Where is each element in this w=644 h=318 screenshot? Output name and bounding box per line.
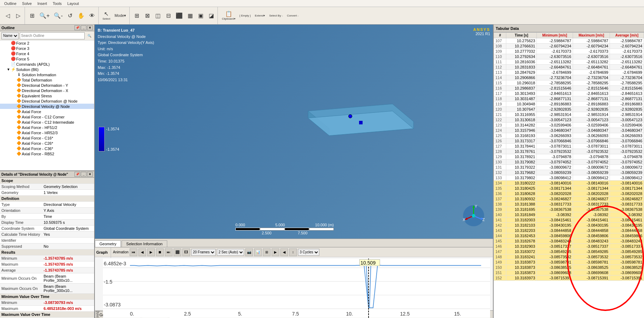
- table-row[interactable]: 117 10.3013493 -2.84651613 -2.84651613 -…: [494, 91, 644, 96]
- details-min-btn[interactable]: _: [81, 172, 86, 177]
- outline-search-input[interactable]: [20, 32, 85, 39]
- display5-btn[interactable]: ⬛: [174, 9, 184, 23]
- details-close-btn[interactable]: ✕: [87, 172, 93, 177]
- tree-item[interactable]: ℹSolution Information: [0, 72, 94, 77]
- mode-btn[interactable]: Mode▾: [113, 9, 128, 23]
- tree-item[interactable]: 🔶Directional Velocity @ Node: [0, 104, 94, 109]
- tab-selection-info[interactable]: Selection Information: [122, 240, 167, 247]
- details-pin-btn[interactable]: 📌: [74, 172, 80, 177]
- tree-item[interactable]: 🔴Force 5: [0, 56, 94, 61]
- table-row[interactable]: 140 10.3181849 -3.08392 -3.08392 -3.0839…: [494, 212, 644, 218]
- graph-arrow-left-btn[interactable]: ◀: [280, 248, 288, 256]
- table-row[interactable]: 126 10.3173317 -3.07066846 -3.07066846 -…: [494, 138, 644, 144]
- display4-btn[interactable]: ⊟: [163, 9, 173, 23]
- table-row[interactable]: 145 10.3182678 -3.08483243 -3.08483243 -…: [494, 239, 644, 244]
- table-row[interactable]: 111 10.2816036 -2.65113282 -2.65113282 -…: [494, 59, 644, 65]
- tabular-table[interactable]: # Time [s] Minimum [m/s] Maximum [m/s] A…: [494, 32, 644, 318]
- table-row[interactable]: 124 10.3157946 -3.04680347 -3.04680347 -…: [494, 128, 644, 133]
- table-row[interactable]: 150 10.3183873 -3.08638525 -3.08638525 -…: [494, 265, 644, 270]
- anim-play-btn[interactable]: ▶: [147, 248, 155, 256]
- table-row[interactable]: 136 10.3180628 -3.08202028 -3.08202028 -…: [494, 191, 644, 196]
- zoom-fit-btn[interactable]: ⊞: [27, 9, 37, 23]
- table-row[interactable]: 114 10.2906866 -2.73236704 -2.73236704 -…: [494, 75, 644, 80]
- graph-snapshot-btn[interactable]: 📷: [245, 248, 253, 256]
- table-row[interactable]: 133 10.3179802 -3.08098412 -3.08098412 -…: [494, 175, 644, 181]
- graph-hide-btn[interactable]: ↕: [289, 248, 297, 256]
- table-row[interactable]: 130 10.3179082 -3.07974052 -3.07974052 -…: [494, 160, 644, 165]
- tree-item[interactable]: ▼⚡Solution (B6): [0, 67, 94, 72]
- forward-btn[interactable]: ▷: [13, 9, 23, 23]
- anim-last-btn[interactable]: ⏭: [165, 248, 173, 256]
- back-btn[interactable]: ◁: [3, 9, 13, 23]
- anim-frame-btn[interactable]: 🎞: [182, 248, 190, 256]
- viewport[interactable]: B: Transient Luo_47 Directional Velocity…: [95, 25, 493, 239]
- table-row[interactable]: 119 10.304948 -2.89186883 -2.89186883 -2…: [494, 102, 644, 107]
- tree-item[interactable]: 🔶Axial Force - HR52/3: [0, 130, 94, 135]
- graph-arrow-right-btn[interactable]: ▶: [272, 248, 279, 256]
- outline-search-btn[interactable]: 🔍: [86, 32, 93, 39]
- table-row[interactable]: 129 10.3178921 -3.0794878 -3.0794878 -3.…: [494, 154, 644, 160]
- table-row[interactable]: 120 10.307647 -2.92802835 -2.92802835 -2…: [494, 107, 644, 112]
- tree-item[interactable]: 🔶Total Deformation: [0, 77, 94, 83]
- anim-first-btn[interactable]: ⏮: [130, 248, 137, 256]
- tree-item[interactable]: 🔶Axial Force: [0, 109, 94, 114]
- table-row[interactable]: 128 10.3178761 -3.07923532 -3.07923532 -…: [494, 149, 644, 154]
- close-btn[interactable]: ✕: [87, 25, 93, 30]
- display8-btn[interactable]: ◪: [206, 9, 216, 23]
- table-row[interactable]: 152 10.3183973 -3.08715391 -3.08715391 -…: [494, 275, 644, 281]
- tree-item[interactable]: 🔶Axial Force - C12 Corner: [0, 114, 94, 119]
- tree-item[interactable]: 🔶Directional Deformation @ Node: [0, 98, 94, 104]
- display2-btn[interactable]: ⊠: [142, 9, 152, 23]
- anim-stop-btn[interactable]: ⏹: [156, 248, 164, 256]
- anim-square-btn[interactable]: ⬛: [174, 248, 181, 256]
- graph-chart-btn[interactable]: 📊: [254, 248, 262, 256]
- table-row[interactable]: 121 10.3116955 -2.98531914 -2.98531914 -…: [494, 112, 644, 117]
- pan-btn[interactable]: ✋: [76, 9, 86, 23]
- table-row[interactable]: 131 10.3179322 -3.08009672 -3.08009672 -…: [494, 165, 644, 170]
- display3-btn[interactable]: ◫: [153, 9, 163, 23]
- select-btn[interactable]: ↖ Select: [101, 9, 112, 23]
- table-row[interactable]: 122 10.3130618 -3.00547123 -3.00547123 -…: [494, 117, 644, 123]
- view-btn[interactable]: 👁: [87, 9, 97, 23]
- table-row[interactable]: 138 10.3181388 -3.08317733 -3.08317733 -…: [494, 202, 644, 207]
- details-scroll[interactable]: ScopeScoping MethodGeometry SelectionGeo…: [0, 178, 94, 318]
- tree-item[interactable]: 🔶Directional Deformation - Y: [0, 83, 94, 88]
- tree-item[interactable]: 📄Commands (APDL): [0, 61, 94, 67]
- display7-btn[interactable]: ▣: [196, 9, 206, 23]
- display6-btn[interactable]: ▦: [185, 9, 195, 23]
- table-row[interactable]: 144 10.3182453 -3.08459806 -3.08459806 -…: [494, 233, 644, 239]
- table-row[interactable]: 115 10.296018 -2.78588295 -2.78588295 -2…: [494, 80, 644, 86]
- menu-outline[interactable]: Outline: [1, 1, 19, 6]
- tree-item[interactable]: 🔴Force 4: [0, 51, 94, 56]
- menu-insert[interactable]: Insert: [34, 1, 50, 6]
- pin-btn[interactable]: 📌: [74, 25, 80, 30]
- table-row[interactable]: 142 10.3182103 -3.08430195 -3.08430195 -…: [494, 223, 644, 228]
- rotate-btn[interactable]: ↺: [65, 9, 75, 23]
- menu-layout[interactable]: Layout: [65, 1, 82, 6]
- table-row[interactable]: 149 10.3183873 -3.08598781 -3.08598781 -…: [494, 260, 644, 265]
- cycles-select[interactable]: 3 Cycles: [298, 249, 319, 256]
- tree-item[interactable]: 🔶Axial Force - RB52: [0, 151, 94, 156]
- menu-tools[interactable]: Tools: [50, 1, 65, 6]
- frames-select[interactable]: 20 Frames: [191, 249, 216, 256]
- table-row[interactable]: 108 10.2766631 -2.60794234 -2.60794234 -…: [494, 44, 644, 49]
- table-row[interactable]: 132 10.3179682 -3.08059239 -3.08059239 -…: [494, 170, 644, 175]
- zoom-in-btn[interactable]: 🔍+: [38, 9, 51, 23]
- table-row[interactable]: 116 10.2986837 -2.81515646 -2.81515646 -…: [494, 86, 644, 91]
- expand-icon[interactable]: ▼: [6, 67, 11, 71]
- tree-item[interactable]: 🔴Force 3: [0, 46, 94, 51]
- zoom-out-btn[interactable]: 🔍-: [52, 9, 64, 23]
- empty-btn[interactable]: [ Empty ]: [238, 9, 253, 23]
- table-row[interactable]: 139 10.3181695 -3.08367538 -3.08367538 -…: [494, 207, 644, 212]
- tree-item[interactable]: 🔶Equivalent Stress: [0, 93, 94, 98]
- speed-select[interactable]: 2 Sec (Auto): [217, 249, 244, 256]
- table-row[interactable]: 112 10.2831833 -2.66484761 -2.66484761 -…: [494, 65, 644, 70]
- table-row[interactable]: 134 10.3180222 -3.08140016 -3.08140016 -…: [494, 181, 644, 186]
- display1-btn[interactable]: ⊞: [132, 9, 142, 23]
- table-row[interactable]: 110 10.2792634 -2.63073516 -2.63073516 -…: [494, 54, 644, 59]
- table-row[interactable]: 143 10.3182203 -3.08444858 -3.08444858 -…: [494, 228, 644, 233]
- table-row[interactable]: 147 10.3183072 -3.08549285 -3.08549285 -…: [494, 249, 644, 254]
- extend-btn[interactable]: Extend▾: [253, 9, 267, 23]
- tree-item[interactable]: 🔶Axial Force - C26*: [0, 141, 94, 146]
- outline-filter-select[interactable]: Name: [1, 32, 19, 39]
